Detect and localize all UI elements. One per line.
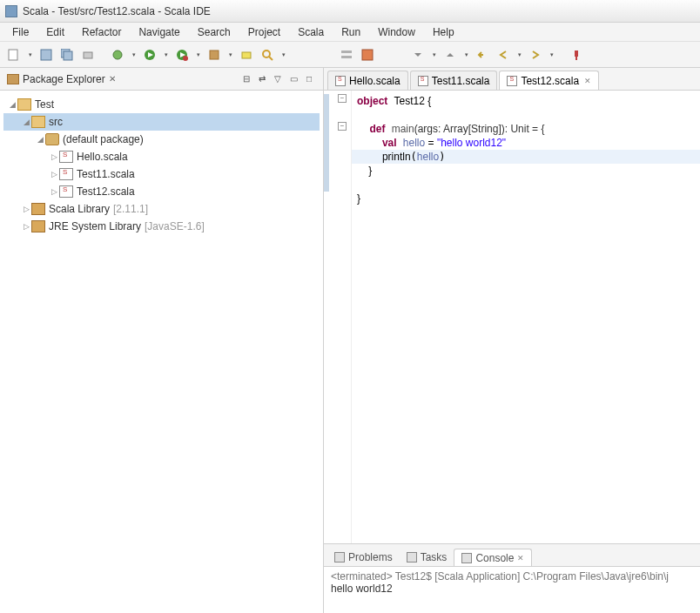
expand-arrow-icon[interactable]: ▷ (49, 187, 59, 196)
menu-scala[interactable]: Scala (289, 24, 333, 40)
expand-arrow-icon[interactable]: ▷ (49, 152, 59, 161)
run-last-dropdown-icon[interactable]: ▾ (194, 48, 202, 62)
app-icon (5, 5, 17, 17)
scala-file-icon (335, 76, 346, 86)
expand-arrow-icon[interactable]: ◢ (21, 118, 31, 126)
save-icon[interactable] (37, 46, 55, 64)
save-all-icon[interactable] (58, 46, 76, 64)
project-icon (17, 98, 31, 111)
editor-tab-test11[interactable]: Test11.scala (410, 71, 498, 90)
tab-console[interactable]: Console ✕ (454, 549, 532, 566)
menu-search[interactable]: Search (189, 24, 239, 40)
nav-prev-dropdown-icon[interactable]: ▾ (462, 48, 470, 62)
editor-tab-test12[interactable]: Test12.scala ✕ (499, 71, 599, 90)
nav-annotation-dropdown-icon[interactable]: ▾ (430, 48, 438, 62)
close-tab-icon[interactable]: ✕ (517, 554, 524, 562)
code-area[interactable]: object Test12 { def main(args: Array[Str… (352, 91, 700, 543)
menu-help[interactable]: Help (424, 24, 463, 40)
bottom-tab-bar: Problems Tasks Console ✕ (324, 544, 700, 567)
link-editor-icon[interactable]: ⇄ (255, 72, 269, 86)
package-explorer-panel: Package Explorer ✕ ⊟ ⇄ ▽ ▭ □ ◢ Test ◢ sr… (0, 68, 324, 613)
svg-marker-18 (414, 53, 421, 57)
menu-file[interactable]: File (3, 24, 37, 40)
debug-dropdown-icon[interactable]: ▾ (130, 48, 138, 62)
menu-window[interactable]: Window (369, 24, 424, 40)
package-explorer-title: Package Explorer (23, 73, 105, 85)
menu-bar: File Edit Refactor Navigate Search Proje… (0, 23, 700, 42)
close-view-icon[interactable]: ✕ (109, 74, 116, 84)
run-dropdown-icon[interactable]: ▾ (162, 48, 170, 62)
back-dropdown-icon[interactable]: ▾ (515, 48, 523, 62)
new-icon[interactable] (5, 46, 23, 64)
tree-file-test11[interactable]: ▷ Test11.scala (3, 165, 320, 183)
svg-rect-15 (341, 51, 352, 53)
run-icon[interactable] (141, 46, 158, 64)
expand-arrow-icon[interactable]: ▷ (21, 222, 31, 231)
view-menu-icon[interactable]: ▽ (271, 72, 285, 86)
tasks-icon (407, 552, 417, 562)
maximize-view-icon[interactable]: □ (302, 72, 316, 86)
new-dropdown-icon[interactable]: ▾ (26, 48, 34, 62)
toggle-breadcrumb-icon[interactable] (338, 46, 355, 64)
jre-lib-version: [JavaSE-1.6] (145, 220, 205, 232)
editor-gutter[interactable]: − − (324, 91, 352, 543)
print-icon[interactable] (79, 46, 97, 64)
expand-arrow-icon[interactable]: ◢ (7, 100, 17, 109)
forward-icon[interactable] (527, 46, 544, 64)
library-icon (31, 203, 45, 215)
expand-arrow-icon[interactable]: ▷ (21, 205, 31, 213)
tab-tasks[interactable]: Tasks (400, 549, 454, 566)
scala-file-icon (59, 151, 73, 163)
debug-icon[interactable] (109, 46, 126, 64)
menu-run[interactable]: Run (333, 24, 369, 40)
change-ruler (324, 94, 329, 192)
close-tab-icon[interactable]: ✕ (584, 77, 591, 85)
fold-toggle-icon[interactable]: − (338, 94, 347, 103)
last-edit-icon[interactable] (474, 46, 491, 64)
back-icon[interactable] (495, 46, 512, 64)
external-dropdown-icon[interactable]: ▾ (226, 48, 234, 62)
scala-lib-version: [2.11.1] (113, 203, 148, 215)
collapse-all-icon[interactable]: ⊟ (239, 72, 253, 86)
minimize-view-icon[interactable]: ▭ (286, 72, 300, 86)
svg-rect-20 (575, 51, 578, 57)
tree-src-folder[interactable]: ◢ src (3, 113, 320, 131)
search-dropdown-icon[interactable]: ▾ (279, 48, 287, 62)
menu-edit[interactable]: Edit (37, 24, 73, 40)
menu-navigate[interactable]: Navigate (130, 24, 188, 40)
tree-file-hello[interactable]: ▷ Hello.scala (3, 148, 320, 165)
jre-lib-label: JRE System Library (49, 220, 141, 232)
pin-icon[interactable] (568, 46, 585, 64)
external-tools-icon[interactable] (205, 46, 223, 64)
library-icon (31, 220, 45, 232)
tab-problems[interactable]: Problems (327, 549, 400, 566)
tree-file-test12[interactable]: ▷ Test12.scala (3, 183, 320, 200)
editor-tab-hello[interactable]: Hello.scala (327, 71, 408, 90)
toggle-mark-icon[interactable] (359, 46, 376, 64)
svg-rect-4 (84, 52, 92, 58)
menu-refactor[interactable]: Refactor (73, 24, 130, 40)
title-bar: Scala - Test/src/Test12.scala - Scala ID… (0, 0, 700, 23)
tree-scala-library[interactable]: ▷ Scala Library [2.11.1] (3, 200, 320, 218)
nav-prev-icon[interactable] (441, 46, 459, 64)
expand-arrow-icon[interactable]: ◢ (35, 135, 45, 144)
expand-arrow-icon[interactable]: ▷ (49, 170, 59, 179)
forward-dropdown-icon[interactable]: ▾ (548, 48, 555, 62)
tree-jre-library[interactable]: ▷ JRE System Library [JavaSE-1.6] (3, 218, 320, 235)
tab-label: Test12.scala (521, 75, 579, 87)
svg-rect-0 (9, 50, 17, 60)
package-tree[interactable]: ◢ Test ◢ src ◢ (default package) ▷ Hello… (0, 91, 323, 613)
svg-marker-19 (447, 53, 454, 57)
tab-label: Hello.scala (349, 75, 400, 87)
nav-annotation-icon[interactable] (409, 46, 427, 64)
tree-project[interactable]: ◢ Test (3, 96, 320, 113)
tree-default-package[interactable]: ◢ (default package) (3, 131, 320, 148)
menu-project[interactable]: Project (239, 24, 289, 40)
run-last-icon[interactable] (173, 46, 191, 64)
package-icon (45, 133, 59, 145)
fold-toggle-icon[interactable]: − (338, 122, 347, 131)
console-output[interactable]: <terminated> Test12$ [Scala Application]… (324, 567, 700, 613)
search-icon[interactable] (259, 46, 276, 64)
open-type-icon[interactable] (238, 46, 255, 64)
code-editor[interactable]: − − object Test12 { def main(args: Array… (324, 91, 700, 543)
